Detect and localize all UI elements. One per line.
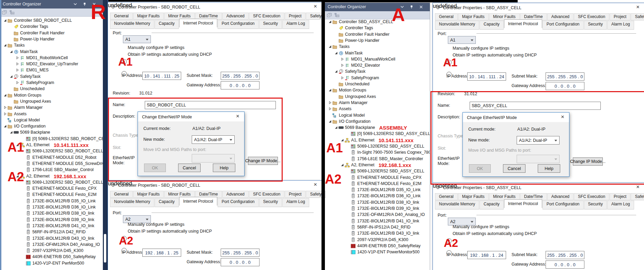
tree-item[interactable]: SafetyProgram xyxy=(1,80,103,86)
tree-item[interactable]: 1732E-8IOLM12R/B D39_IO_link xyxy=(326,205,430,212)
tree-item[interactable]: Ungrouped Axes xyxy=(326,94,430,100)
tree-item[interactable]: SafetyTask xyxy=(326,68,430,74)
expand-open-icon[interactable] xyxy=(328,88,332,92)
chevron-down-icon[interactable] xyxy=(74,3,77,5)
tab-general[interactable]: General xyxy=(435,193,458,200)
tree-item[interactable]: ETHERNET-MODULE Festo_E2M xyxy=(1,191,103,198)
tree-item[interactable]: Alarm Manager xyxy=(326,100,430,106)
tab-advanced[interactable]: Advanced xyxy=(547,193,574,200)
tab-project[interactable]: Project xyxy=(285,13,305,20)
tab-security[interactable]: Security xyxy=(584,201,607,209)
tab-internet-protocol[interactable]: Internet Protocol xyxy=(504,199,542,208)
tree-item[interactable]: 1732E-8IOLM12R/B D35_IO_Link xyxy=(326,187,430,193)
tree-item[interactable]: 1732E-8IOLM12R/B D41_IO_link xyxy=(1,223,103,229)
expand-open-icon[interactable] xyxy=(328,120,332,123)
tree-item[interactable]: Logical Model xyxy=(326,112,430,118)
ip-address-field[interactable]: 10 . 141 . 111 . 24 xyxy=(467,72,506,81)
tree-item[interactable]: 1732E-8IOLM12R/B D36_IO_Link xyxy=(1,204,103,210)
tree-item[interactable]: MD02_Elevator xyxy=(326,62,430,68)
tab-advanced[interactable]: Advanced xyxy=(222,13,249,20)
tree-item[interactable]: Alarm Manager xyxy=(1,104,103,111)
tree-item[interactable]: 2097-V32PR2/A D45_K300 xyxy=(326,237,430,243)
expand-open-icon[interactable] xyxy=(9,75,13,78)
tab-sfc-execution[interactable]: SFC Execution xyxy=(249,13,284,20)
subnet-mask-field[interactable]: 255 . 255 . 255 . 0 xyxy=(221,72,260,80)
close-icon[interactable]: × xyxy=(636,185,640,189)
ip-address-field[interactable]: 10 . 141 . 111 . 25 xyxy=(142,72,181,80)
tab-sfc-execution[interactable]: SFC Execution xyxy=(249,191,284,198)
tab-capacity[interactable]: Capacity xyxy=(480,201,504,209)
expand-open-icon[interactable] xyxy=(340,163,344,167)
tree-item[interactable]: 1732E-8IOLM12R/B D36_IO_Link xyxy=(326,193,430,199)
help-button[interactable]: Help xyxy=(213,164,235,172)
tree-item[interactable]: Logical Model xyxy=(1,117,103,123)
tree-item[interactable]: [0] 5069-L320ERS2 SBD_ASSY_CELL xyxy=(326,131,430,137)
gateway-field[interactable]: 0 . 0 . 0 . 0 xyxy=(546,82,584,90)
tab-internet-protocol[interactable]: Internet Protocol xyxy=(179,197,217,206)
tree-item[interactable]: ETHERNET-MODULE D55_ScrewDriver xyxy=(1,161,103,167)
tree-item[interactable]: I/O Configuration xyxy=(326,118,430,124)
tab-capacity[interactable]: Capacity xyxy=(155,198,179,207)
tree-item[interactable]: 1732E-8IOLM12R/B D39_IO_link xyxy=(1,217,103,223)
tree-item[interactable]: Power-Up Handler xyxy=(1,36,103,42)
tab-major-faults[interactable]: Major Faults xyxy=(458,13,489,20)
tree-item[interactable]: Tasks xyxy=(1,42,103,48)
tab-alarm-log[interactable]: Alarm Log xyxy=(282,20,309,29)
gateway-field[interactable]: 0 . 0 . 0 . 0 xyxy=(221,258,260,266)
expand-open-icon[interactable] xyxy=(9,131,13,134)
tree-item[interactable]: EM01_MES xyxy=(1,67,103,73)
tree-item[interactable]: Motion Groups xyxy=(326,87,430,93)
tab-security[interactable]: Security xyxy=(584,21,607,30)
ok-button[interactable]: OK xyxy=(469,164,491,173)
tree-item[interactable]: 1732E-OF4M12R/A D40_Analog_IO xyxy=(326,212,430,218)
expand-closed-icon[interactable] xyxy=(340,57,344,61)
tab-security[interactable]: Security xyxy=(259,198,282,207)
tab-nonvolatile-memory[interactable]: Nonvolatile Memory xyxy=(110,20,154,29)
scrollbar-thumb[interactable] xyxy=(104,234,106,263)
tab-port-configuration[interactable]: Port Configuration xyxy=(543,201,584,209)
expand-open-icon[interactable] xyxy=(3,19,7,22)
tree-item[interactable]: MD01_ManualWorkCell xyxy=(326,56,430,62)
tab-sfc-execution[interactable]: SFC Execution xyxy=(574,193,609,200)
name-input[interactable]: SBD_ROBOT_CELL xyxy=(145,101,276,109)
tree-item[interactable]: MD01_RobotWorkCell xyxy=(1,55,103,61)
tab-project[interactable]: Project xyxy=(610,193,630,200)
tree-item[interactable]: Ungrouped Axes xyxy=(1,98,103,104)
tree-item[interactable]: Tasks xyxy=(326,44,430,50)
tab-port-configuration[interactable]: Port Configuration xyxy=(218,198,259,207)
tab-nonvolatile-memory[interactable]: Nonvolatile Memory xyxy=(110,198,154,207)
tab-nonvolatile-memory[interactable]: Nonvolatile Memory xyxy=(435,21,479,30)
ip-address-field[interactable]: 192 . 168 . 1 . 24 xyxy=(467,251,506,259)
tree-item[interactable]: 1420-V1P-ENT PwrMon500 xyxy=(1,260,103,266)
close-icon[interactable]: × xyxy=(314,182,317,187)
ok-button[interactable]: OK xyxy=(144,164,166,172)
tree-item[interactable]: Assets xyxy=(326,106,430,112)
new-mode-select[interactable]: A1/A2: Dual-IP xyxy=(517,136,560,145)
tree-item[interactable]: 5069 Backplane xyxy=(1,129,103,135)
tab-major-faults[interactable]: Major Faults xyxy=(458,193,489,200)
tree-item[interactable]: 1732E-8IOLM12R/B D35_IO_Link xyxy=(1,198,103,204)
expand-closed-icon[interactable] xyxy=(3,106,7,109)
tree-item[interactable]: Controller Fault Handler xyxy=(326,31,430,37)
expand-open-icon[interactable] xyxy=(334,70,338,73)
new-mode-select[interactable]: A1/A2: Dual-IP xyxy=(192,135,235,144)
tree-item[interactable]: 1756-L81E SBD_Master_Controller xyxy=(326,156,430,162)
expand-open-icon[interactable] xyxy=(328,45,332,48)
tree-item[interactable]: Controller Fault Handler xyxy=(1,30,103,36)
close-icon[interactable]: × xyxy=(236,114,239,119)
port-select[interactable]: A1 xyxy=(448,36,476,44)
tree-item[interactable]: Controller Tags xyxy=(326,25,430,31)
tree-item[interactable]: Controller SBD_ASSY_CELL xyxy=(326,19,430,25)
tree-item[interactable]: Unscheduled xyxy=(326,81,430,87)
tab-general[interactable]: General xyxy=(435,13,458,20)
collapse-all-icon[interactable] xyxy=(327,13,332,17)
tab-safety[interactable]: Safety xyxy=(631,193,644,200)
tree-item[interactable]: 1732E-8IOLM12R/B D38_IO_link xyxy=(326,199,430,205)
tree-item[interactable]: Unscheduled xyxy=(1,86,103,92)
close-icon[interactable] xyxy=(420,5,423,9)
tree-item[interactable]: Power-Up Handler xyxy=(326,37,430,44)
expand-closed-icon[interactable] xyxy=(3,112,7,116)
cancel-button[interactable]: Cancel xyxy=(178,164,201,172)
tab-major-faults[interactable]: Major Faults xyxy=(133,191,164,198)
tree-item[interactable]: Assets xyxy=(1,111,103,117)
